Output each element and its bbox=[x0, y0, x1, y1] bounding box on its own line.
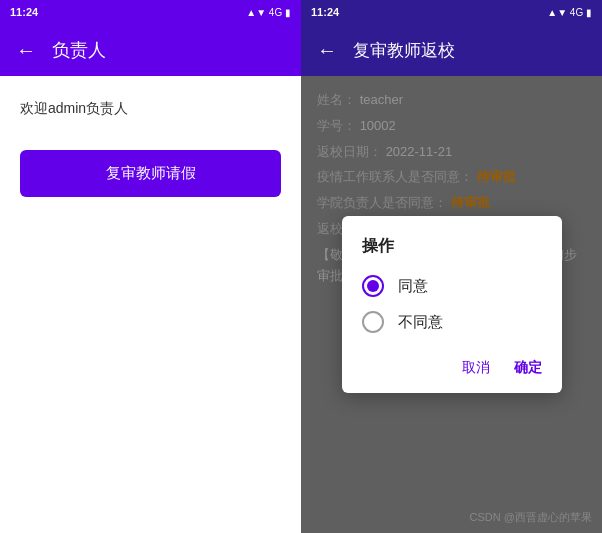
review-teacher-button[interactable]: 复审教师请假 bbox=[20, 150, 281, 197]
right-title: 复审教师返校 bbox=[353, 39, 455, 62]
disagree-option[interactable]: 不同意 bbox=[362, 311, 542, 333]
right-panel: 11:24 ▲▼ 4G ▮ ← 复审教师返校 姓名： teacher 学号： 1… bbox=[301, 0, 602, 533]
left-status-icons: ▲▼ 4G ▮ bbox=[246, 7, 291, 18]
left-status-bar: 11:24 ▲▼ 4G ▮ bbox=[0, 0, 301, 24]
disagree-radio[interactable] bbox=[362, 311, 384, 333]
left-panel: 11:24 ▲▼ 4G ▮ ← 负责人 欢迎admin负责人 复审教师请假 bbox=[0, 0, 301, 533]
right-time: 11:24 bbox=[311, 6, 339, 18]
agree-radio[interactable] bbox=[362, 275, 384, 297]
right-back-arrow[interactable]: ← bbox=[317, 39, 337, 62]
confirm-button[interactable]: 确定 bbox=[514, 355, 542, 381]
left-back-arrow[interactable]: ← bbox=[16, 39, 36, 62]
right-status-icons: ▲▼ 4G ▮ bbox=[547, 7, 592, 18]
cancel-button[interactable]: 取消 bbox=[462, 355, 490, 381]
left-content: 欢迎admin负责人 复审教师请假 bbox=[0, 76, 301, 533]
right-content: 姓名： teacher 学号： 10002 返校日期： 2022-11-21 疫… bbox=[301, 76, 602, 533]
welcome-text: 欢迎admin负责人 bbox=[20, 100, 281, 118]
right-header: ← 复审教师返校 bbox=[301, 24, 602, 76]
dialog-actions: 取消 确定 bbox=[362, 347, 542, 381]
operation-dialog: 操作 同意 不同意 取消 确定 bbox=[342, 216, 562, 393]
right-status-bar: 11:24 ▲▼ 4G ▮ bbox=[301, 0, 602, 24]
agree-label: 同意 bbox=[398, 277, 428, 296]
disagree-label: 不同意 bbox=[398, 313, 443, 332]
dialog-title: 操作 bbox=[362, 236, 542, 257]
left-time: 11:24 bbox=[10, 6, 38, 18]
agree-option[interactable]: 同意 bbox=[362, 275, 542, 297]
dialog-overlay: 操作 同意 不同意 取消 确定 bbox=[301, 76, 602, 533]
left-title: 负责人 bbox=[52, 38, 106, 62]
left-header: ← 负责人 bbox=[0, 24, 301, 76]
